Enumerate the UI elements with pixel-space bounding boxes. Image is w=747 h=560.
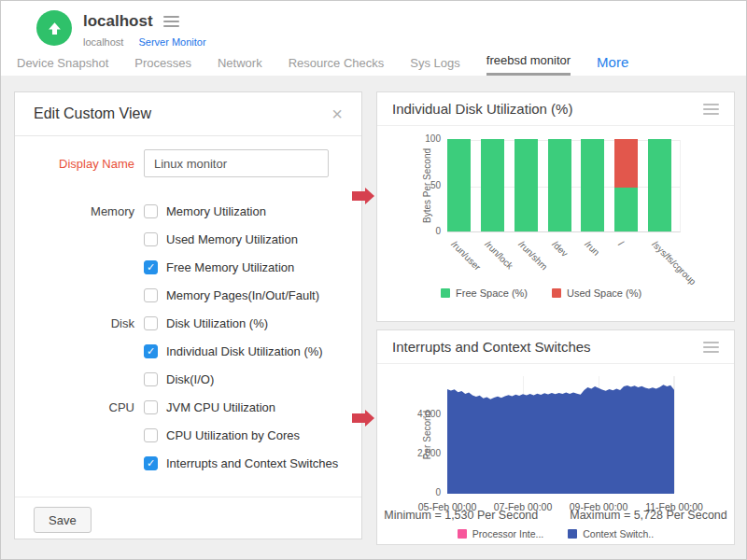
x-tick-label: /run/user (449, 239, 483, 273)
y-tick-label: 100 (377, 133, 441, 144)
main-content: Edit Custom View × Display Name MemoryMe… (1, 76, 746, 559)
y-tick-label: 4,000 (377, 409, 441, 419)
close-icon[interactable]: × (331, 105, 343, 123)
bar-/ (614, 139, 638, 231)
bar-free-segment (447, 139, 471, 231)
tab-resource-checks[interactable]: Resource Checks (289, 56, 385, 76)
x-tick-label: 11-Feb 00:00 (635, 501, 713, 512)
bar-free-segment (548, 139, 571, 231)
bar-/sys/fs/cgroup (648, 139, 671, 231)
arrow-up-icon (47, 21, 63, 36)
checkbox-memory-pages-in-out-fault-[interactable] (144, 288, 158, 302)
disk-card-menu-icon[interactable] (703, 104, 719, 115)
legend-item: Processor Inte... (458, 528, 543, 539)
tab-freebsd-monitor[interactable]: freebsd monitor (486, 53, 571, 76)
checkbox-disk-utilization-[interactable] (144, 316, 158, 330)
checkbox-label: Memory Pages(In/Out/Fault) (166, 288, 319, 302)
breadcrumb-host: localhost (83, 36, 123, 48)
interrupts-chart-title: Interrupts and Context Switches (392, 339, 591, 355)
checkbox-memory-utilization[interactable] (144, 204, 158, 218)
bar-free-segment (481, 139, 504, 231)
checkbox-free-memory-utilization[interactable]: ✓ (144, 260, 158, 274)
checkbox-label: Individual Disk Utilization (%) (166, 344, 323, 358)
x-tick-label: /dev (550, 239, 570, 259)
checkbox-label: Free Memory Utilization (166, 260, 294, 274)
bar-free-segment (614, 188, 638, 231)
checkbox-label: Interrupts and Context Switches (166, 456, 338, 470)
bar-/run/lock (481, 139, 504, 231)
bar-free-segment (581, 139, 604, 231)
checkbox-used-memory-utilization[interactable] (144, 232, 158, 246)
bar-used-segment (614, 139, 638, 188)
series-context-switch- (447, 385, 674, 494)
checkbox-disk-i-o-[interactable] (144, 372, 158, 386)
metric-row: ✓Individual Disk Utilization (%) (15, 337, 361, 365)
x-tick-label: 07-Feb 00:00 (484, 501, 562, 512)
checkbox-jvm-cpu-utilization[interactable] (144, 400, 158, 414)
monitor-menu-icon[interactable] (163, 16, 179, 27)
metric-row: DiskDisk Utilization (%) (15, 309, 361, 337)
disk-chart-title: Individual Disk Utilization (%) (392, 101, 572, 117)
server-monitor-page: localhost localhost Server Monitor Devic… (0, 0, 747, 560)
save-button[interactable]: Save (34, 507, 92, 533)
interrupts-card-menu-icon[interactable] (703, 342, 719, 353)
x-tick-label: 09-Feb 00:00 (559, 501, 638, 512)
group-label-disk: Disk (15, 316, 134, 330)
legend-swatch (441, 288, 450, 298)
bar-free-segment (648, 139, 671, 231)
tab-device-snapshot[interactable]: Device Snapshot (17, 56, 108, 76)
x-tick-label: / (616, 239, 626, 248)
x-tick-label: /run/lock (483, 239, 515, 272)
tab-bar: Device SnapshotProcessesNetworkResource … (17, 52, 628, 76)
display-name-input[interactable] (144, 149, 329, 177)
metric-row: MemoryMemory Utilization (15, 197, 361, 225)
red-arrow-icon-disk (352, 191, 365, 201)
display-name-label: Display Name (15, 157, 134, 171)
metric-row: ✓Free Memory Utilization (15, 253, 361, 281)
metric-row: Disk(I/O) (15, 365, 361, 393)
group-label-cpu: CPU (15, 400, 134, 414)
checkbox-label: Memory Utilization (166, 204, 266, 218)
area-chart-svg (447, 376, 674, 494)
metric-checkbox-list: MemoryMemory UtilizationUsed Memory Util… (15, 197, 361, 477)
tab-network[interactable]: Network (218, 56, 262, 76)
disk-chart-legend: Free Space (%)Used Space (%) (441, 287, 641, 299)
legend-swatch (568, 529, 577, 539)
metric-row: Used Memory Utilization (15, 225, 361, 253)
x-tick-label: /run/shm (516, 239, 549, 272)
breadcrumb: localhost Server Monitor (83, 36, 206, 48)
checkbox-label: CPU Utilization by Cores (166, 428, 300, 442)
y-tick-label: 2,000 (377, 448, 441, 458)
breadcrumb-server-monitor-link[interactable]: Server Monitor (138, 36, 205, 48)
bar-free-segment (514, 139, 538, 231)
legend-swatch (552, 288, 561, 298)
disk-chart-plot (447, 140, 681, 232)
metric-row: CPU Utilization by Cores (15, 421, 361, 449)
panel-footer-divider (15, 497, 361, 497)
page-title: localhost (83, 12, 153, 31)
x-tick-label: /sys/fs/cgroup (650, 239, 698, 287)
checkbox-individual-disk-utilization-[interactable]: ✓ (144, 344, 158, 358)
checkbox-interrupts-and-context-switches[interactable]: ✓ (144, 456, 158, 470)
tab-processes[interactable]: Processes (134, 56, 191, 76)
tab-sys-logs[interactable]: Sys Logs (410, 56, 459, 76)
bar-/run (581, 139, 604, 231)
tab-more[interactable]: More (597, 54, 628, 76)
bar-/run/user (447, 139, 471, 231)
checkbox-label: Disk Utilization (%) (166, 316, 268, 330)
metric-row: ✓Interrupts and Context Switches (15, 449, 361, 477)
edit-custom-view-panel: Edit Custom View × Display Name MemoryMe… (14, 91, 362, 539)
checkbox-label: Disk(I/O) (166, 372, 214, 386)
gridline (674, 376, 675, 493)
y-tick-label: 50 (377, 180, 441, 190)
interrupts-card: Interrupts and Context Switches Per Seco… (376, 329, 735, 545)
x-tick-label: 05-Feb 00:00 (408, 501, 486, 512)
x-tick-label: /run (584, 239, 602, 258)
display-name-row: Display Name (15, 149, 361, 177)
red-arrow-icon-interrupts (352, 413, 365, 423)
checkbox-cpu-utilization-by-cores[interactable] (144, 428, 158, 442)
monitor-status-icon (36, 10, 72, 46)
bar-/run/shm (514, 139, 538, 231)
metric-row: CPUJVM CPU Utilization (15, 393, 361, 421)
panel-title: Edit Custom View (34, 105, 151, 122)
